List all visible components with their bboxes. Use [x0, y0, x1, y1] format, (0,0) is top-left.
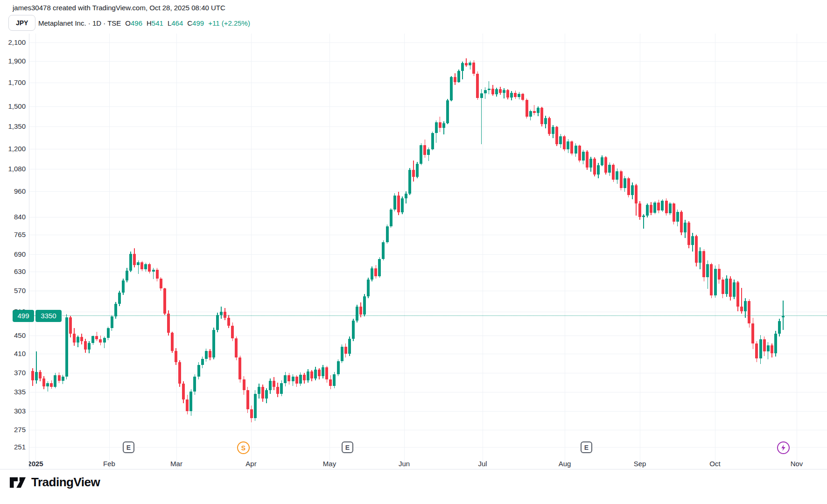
- candle: [69, 317, 72, 334]
- y-axis-tick-label: 1,200: [0, 144, 26, 154]
- price-chart-area[interactable]: 2,1001,9001,7001,5001,3501,2001,08096084…: [0, 0, 827, 504]
- candle: [503, 90, 505, 93]
- candle: [774, 334, 777, 354]
- candle: [295, 377, 298, 384]
- candle: [246, 390, 249, 409]
- horizontal-gridline: [29, 354, 827, 354]
- footer-brand[interactable]: TradingView: [9, 475, 100, 490]
- candle: [744, 301, 747, 311]
- candle: [220, 312, 223, 315]
- candle: [209, 351, 211, 357]
- candle: [740, 307, 743, 311]
- candle: [107, 328, 110, 338]
- y-axis-tick-label: 450: [0, 331, 26, 340]
- candle: [152, 270, 155, 272]
- candle: [77, 337, 79, 343]
- candle: [495, 89, 498, 94]
- candle: [189, 392, 192, 411]
- candle: [163, 288, 166, 314]
- time-axis-label: Aug: [559, 459, 571, 469]
- candle: [465, 63, 468, 65]
- candle: [250, 409, 253, 418]
- time-axis-label: Sep: [634, 459, 646, 469]
- tradingview-logo-text: TradingView: [31, 475, 100, 490]
- candle: [702, 251, 705, 277]
- candle: [646, 205, 649, 216]
- candle: [84, 341, 87, 349]
- candle: [653, 203, 656, 213]
- candle: [582, 152, 585, 160]
- price-axis-border: [29, 34, 29, 469]
- candle: [401, 198, 404, 212]
- candle: [552, 127, 554, 134]
- candle: [506, 90, 509, 98]
- candle: [386, 226, 389, 242]
- earnings-icon[interactable]: E: [123, 441, 134, 453]
- y-axis-tick-label: 630: [0, 267, 26, 276]
- y-axis-tick-label: 690: [0, 250, 26, 259]
- horizontal-gridline: [29, 312, 827, 312]
- candle: [265, 390, 268, 398]
- lightning-icon[interactable]: [777, 441, 790, 454]
- candle: [227, 318, 230, 326]
- current-price-line: [29, 315, 827, 316]
- candle: [186, 399, 189, 411]
- earnings-icon[interactable]: E: [581, 441, 592, 453]
- horizontal-gridline: [29, 430, 827, 430]
- time-axis-label: May: [323, 459, 336, 469]
- y-axis-tick-label: 570: [0, 286, 26, 295]
- vertical-gridline: [251, 34, 252, 469]
- candle: [310, 371, 313, 378]
- candle: [322, 367, 324, 376]
- candle: [669, 203, 672, 213]
- candle: [122, 280, 125, 293]
- candle: [608, 165, 611, 173]
- y-axis-tick-label: 303: [0, 406, 26, 416]
- candle: [687, 223, 690, 245]
- candle: [269, 381, 272, 390]
- candle: [725, 279, 728, 294]
- horizontal-gridline: [29, 392, 827, 392]
- vertical-gridline: [35, 34, 36, 469]
- candle: [95, 336, 98, 339]
- candle: [318, 370, 321, 376]
- candle: [178, 362, 181, 384]
- candle: [529, 111, 532, 117]
- current-price-label: 499: [13, 310, 34, 322]
- candle: [657, 203, 660, 210]
- candle: [589, 159, 592, 168]
- candle: [133, 254, 136, 265]
- earnings-icon[interactable]: E: [342, 441, 353, 453]
- candle: [329, 379, 332, 386]
- candle: [182, 384, 185, 399]
- horizontal-gridline: [29, 42, 827, 43]
- time-axis-labels[interactable]: 2025FebMarAprMayJunJulAugSepOctNov: [29, 459, 827, 469]
- horizontal-gridline: [29, 126, 827, 127]
- candle-wick: [534, 105, 535, 115]
- candle: [205, 351, 208, 359]
- candle: [273, 381, 275, 387]
- horizontal-gridline: [29, 106, 827, 107]
- candle: [261, 387, 264, 398]
- tradingview-logo-icon: [9, 476, 26, 489]
- candle: [46, 383, 49, 386]
- candle: [518, 94, 520, 97]
- candle: [73, 334, 76, 343]
- candle: [171, 333, 174, 350]
- candle: [661, 201, 664, 211]
- candle: [491, 89, 494, 94]
- split-icon[interactable]: S: [237, 441, 250, 454]
- candle: [341, 347, 343, 361]
- candle: [50, 383, 53, 387]
- y-axis-tick-label: 1,500: [0, 102, 26, 111]
- candle: [276, 387, 279, 393]
- candle: [691, 236, 694, 245]
- horizontal-gridline: [29, 411, 827, 412]
- candle: [586, 152, 589, 168]
- candle: [140, 262, 143, 269]
- candle: [423, 145, 426, 155]
- candle: [325, 367, 328, 379]
- time-axis-label: Apr: [245, 459, 256, 469]
- vertical-gridline: [715, 34, 715, 469]
- candle: [755, 343, 758, 358]
